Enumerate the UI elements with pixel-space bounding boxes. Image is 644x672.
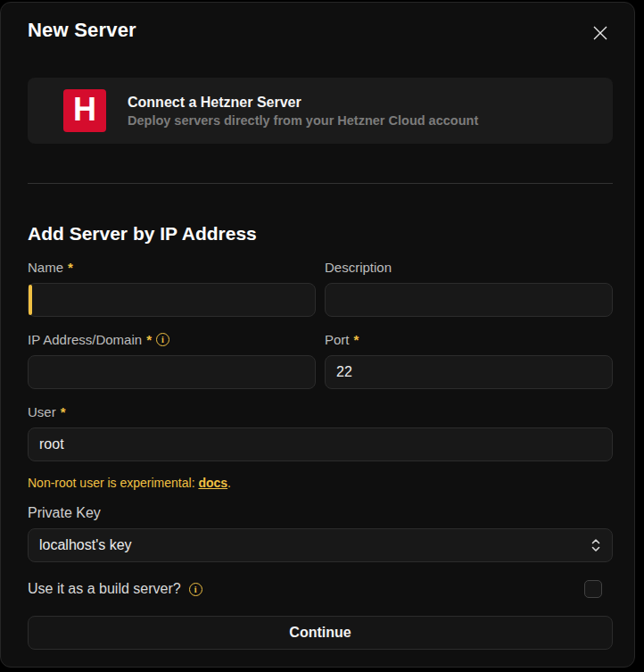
required-asterisk: * xyxy=(68,260,73,275)
required-asterisk: * xyxy=(354,332,359,347)
non-root-note: Non-root user is experimental: docs. xyxy=(28,476,613,490)
private-key-select[interactable]: localhost's key xyxy=(28,528,613,562)
page-title: New Server xyxy=(28,19,136,42)
hetzner-logo-letter: H xyxy=(73,94,96,129)
build-server-row: Use it as a build server? i xyxy=(28,580,613,598)
required-asterisk: * xyxy=(146,332,152,347)
build-server-label-text: Use it as a build server? xyxy=(28,581,181,597)
user-input[interactable] xyxy=(28,427,613,461)
form-row-ip-port: IP Address/Domain * i Port * xyxy=(28,317,613,389)
user-label: User * xyxy=(28,403,613,420)
private-key-selected-value: localhost's key xyxy=(39,537,132,553)
private-key-label-text: Private Key xyxy=(28,505,101,521)
docs-link[interactable]: docs xyxy=(198,476,227,490)
port-label-text: Port xyxy=(325,332,350,347)
ip-field-group: IP Address/Domain * i xyxy=(28,317,316,389)
description-field-group: Description xyxy=(325,245,613,317)
user-field-group: User * xyxy=(28,403,613,461)
form-row-name-description: Name * Description xyxy=(28,245,613,317)
name-label-text: Name xyxy=(28,260,63,275)
section-heading: Add Server by IP Address xyxy=(28,223,613,245)
hetzner-card-text: Connect a Hetzner Server Deploy servers … xyxy=(128,95,478,128)
build-server-checkbox[interactable] xyxy=(584,580,602,598)
info-icon[interactable]: i xyxy=(156,333,169,346)
name-label: Name * xyxy=(28,259,316,276)
build-server-label: Use it as a build server? i xyxy=(28,581,202,597)
close-icon xyxy=(591,24,609,42)
continue-button[interactable]: Continue xyxy=(28,616,613,650)
description-input[interactable] xyxy=(325,283,613,317)
ip-input[interactable] xyxy=(28,355,316,389)
new-server-modal: New Server H Connect a Hetzner Server De… xyxy=(0,2,635,668)
name-field-group: Name * xyxy=(28,245,316,317)
required-asterisk: * xyxy=(61,404,66,419)
hetzner-card-title: Connect a Hetzner Server xyxy=(128,95,478,111)
info-icon[interactable]: i xyxy=(189,583,202,596)
ip-label-text: IP Address/Domain xyxy=(28,332,142,347)
private-key-label: Private Key xyxy=(28,504,613,521)
note-suffix: . xyxy=(227,476,231,490)
connect-hetzner-card[interactable]: H Connect a Hetzner Server Deploy server… xyxy=(28,78,613,144)
modal-header: New Server xyxy=(28,19,613,46)
text-caret xyxy=(29,285,32,315)
private-key-field-group: Private Key localhost's key xyxy=(28,504,613,562)
divider xyxy=(28,183,613,184)
close-button[interactable] xyxy=(588,21,613,46)
description-label-text: Description xyxy=(325,260,392,275)
user-label-text: User xyxy=(28,404,56,419)
note-prefix: Non-root user is experimental: xyxy=(28,476,198,490)
port-label: Port * xyxy=(325,331,613,348)
name-input[interactable] xyxy=(28,283,316,317)
hetzner-logo-icon: H xyxy=(63,89,106,132)
port-input[interactable] xyxy=(325,355,613,389)
hetzner-card-subtitle: Deploy servers directly from your Hetzne… xyxy=(128,113,478,128)
ip-label: IP Address/Domain * i xyxy=(28,331,316,348)
description-label: Description xyxy=(325,259,613,276)
port-field-group: Port * xyxy=(325,317,613,389)
